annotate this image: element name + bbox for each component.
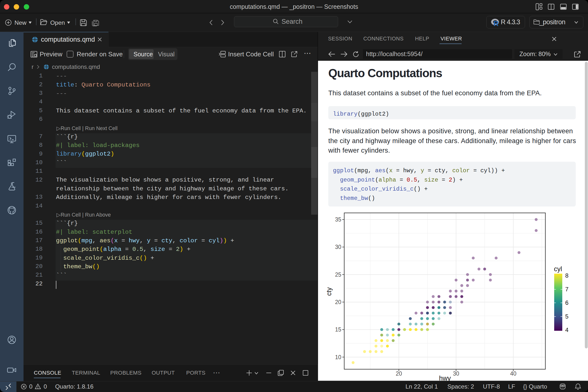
- svg-text:40: 40: [510, 370, 516, 377]
- svg-text:20: 20: [335, 299, 341, 305]
- svg-text:cyl: cyl: [554, 265, 562, 273]
- svg-text:30: 30: [453, 370, 460, 377]
- svg-text:10: 10: [335, 354, 341, 360]
- svg-text:35: 35: [335, 216, 341, 223]
- svg-text:7: 7: [565, 286, 568, 292]
- svg-text:4: 4: [565, 326, 568, 333]
- svg-text:5: 5: [565, 313, 568, 320]
- svg-text:15: 15: [335, 326, 341, 333]
- svg-text:cty: cty: [325, 287, 333, 296]
- svg-text:8: 8: [565, 272, 568, 279]
- svg-text:20: 20: [396, 370, 402, 377]
- svg-text:6: 6: [565, 300, 568, 306]
- svg-text:hwy: hwy: [439, 374, 451, 381]
- svg-text:25: 25: [335, 272, 341, 278]
- svg-text:30: 30: [335, 244, 341, 250]
- svg-text:R: R: [494, 20, 498, 26]
